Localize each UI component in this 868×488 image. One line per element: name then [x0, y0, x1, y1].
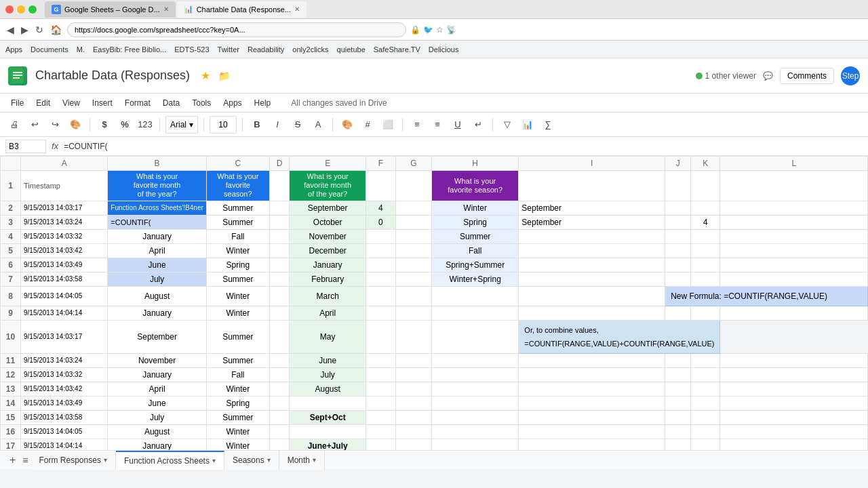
cell-e3[interactable]: October — [290, 215, 366, 229]
cell-a11[interactable]: 9/15/2013 14:03:24 — [21, 353, 108, 367]
cell-i17[interactable] — [519, 439, 665, 450]
cell-g4[interactable] — [395, 229, 431, 243]
undo-button[interactable]: ↩ — [26, 116, 43, 134]
bookmark-edts[interactable]: EDTS-523 — [174, 45, 209, 54]
cell-g17[interactable] — [395, 439, 431, 450]
cell-k7[interactable] — [691, 272, 720, 286]
cell-j17[interactable] — [665, 439, 691, 450]
cell-d12[interactable] — [269, 367, 289, 382]
cell-l12[interactable] — [720, 367, 868, 382]
cell-h12[interactable] — [431, 367, 518, 382]
col-header-j[interactable]: J — [665, 157, 691, 171]
cell-b2[interactable]: Function Across Sheets'!B4ner — [108, 201, 206, 215]
merge-button[interactable]: ⬜ — [379, 116, 397, 134]
cell-h5[interactable]: Fall — [431, 243, 518, 258]
cell-d13[interactable] — [269, 382, 289, 396]
cell-g11[interactable] — [395, 353, 431, 367]
cell-d4[interactable] — [269, 229, 289, 243]
cell-h14[interactable] — [431, 396, 518, 410]
bookmark-documents[interactable]: Documents — [31, 45, 68, 54]
col-header-e[interactable]: E — [290, 157, 366, 171]
tab-close-icon[interactable]: ✕ — [163, 5, 169, 13]
cell-i8[interactable] — [519, 286, 665, 306]
cell-a1[interactable]: Timestamp — [21, 171, 108, 201]
tab-close-active-icon[interactable]: ✕ — [294, 5, 300, 13]
menu-format[interactable]: Format — [119, 96, 156, 110]
col-header-c[interactable]: C — [206, 157, 269, 171]
cell-l15[interactable] — [720, 410, 868, 424]
cell-g12[interactable] — [395, 367, 431, 382]
col-header-d[interactable]: D — [269, 157, 289, 171]
borders-button[interactable]: # — [359, 116, 376, 134]
bold-button[interactable]: B — [248, 116, 266, 134]
cell-i3[interactable]: September — [519, 215, 665, 229]
cell-a14[interactable]: 9/15/2013 14:03:49 — [21, 396, 108, 410]
cell-h2[interactable]: Winter — [431, 201, 518, 215]
cell-h1[interactable]: What is yourfavorite season? — [431, 171, 518, 201]
cell-c2[interactable]: Summer — [206, 201, 269, 215]
cell-j7[interactable] — [665, 272, 691, 286]
add-sheet-button[interactable]: + — [5, 454, 20, 466]
filter-button[interactable]: ▽ — [498, 116, 516, 134]
maximize-button[interactable] — [28, 5, 37, 14]
cell-f7[interactable] — [366, 272, 396, 286]
align-center[interactable]: ≡ — [429, 116, 446, 134]
paint-format-button[interactable]: 🎨 — [66, 116, 84, 134]
cell-k14[interactable] — [691, 396, 720, 410]
menu-apps[interactable]: Apps — [218, 96, 247, 110]
cell-f1[interactable] — [366, 171, 396, 201]
cell-f6[interactable] — [366, 258, 396, 272]
cell-c15[interactable]: Summer — [206, 410, 269, 424]
cell-i7[interactable] — [519, 272, 665, 286]
cell-c12[interactable]: Fall — [206, 367, 269, 382]
cell-b17[interactable]: January — [108, 439, 206, 450]
cell-g16[interactable] — [395, 424, 431, 439]
cell-l5[interactable] — [720, 243, 868, 258]
bookmark-delicious[interactable]: Delicious — [429, 45, 459, 54]
cell-f5[interactable] — [366, 243, 396, 258]
cell-e17[interactable]: June+July — [290, 439, 366, 450]
sheet-tab-month[interactable]: Month ▾ — [279, 451, 325, 470]
cell-c1[interactable]: What is yourfavoriteseason? — [206, 171, 269, 201]
percent-button[interactable]: % — [116, 116, 134, 134]
cell-c13[interactable]: Winter — [206, 382, 269, 396]
cell-b14[interactable]: June — [108, 396, 206, 410]
cell-g6[interactable] — [395, 258, 431, 272]
cell-l2[interactable] — [720, 201, 868, 215]
bookmark-gmail[interactable]: M. — [77, 45, 85, 54]
cell-a4[interactable]: 9/15/2013 14:03:32 — [21, 229, 108, 243]
col-header-b[interactable]: B — [108, 157, 206, 171]
folder-icon[interactable]: 📁 — [218, 70, 230, 81]
cell-c8[interactable]: Winter — [206, 286, 269, 306]
cell-g13[interactable] — [395, 382, 431, 396]
cell-h9[interactable] — [431, 306, 518, 320]
cell-c6[interactable]: Spring — [206, 258, 269, 272]
font-size-input[interactable] — [210, 116, 237, 134]
cell-b5[interactable]: April — [108, 243, 206, 258]
cell-d2[interactable] — [269, 201, 289, 215]
cell-g3[interactable] — [395, 215, 431, 229]
cell-i6[interactable] — [519, 258, 665, 272]
cell-f14[interactable] — [366, 396, 396, 410]
cell-g8[interactable] — [395, 286, 431, 306]
cell-b9[interactable]: January — [108, 306, 206, 320]
cell-k1[interactable] — [691, 171, 720, 201]
cell-k6[interactable] — [691, 258, 720, 272]
col-header-a[interactable]: A — [21, 157, 108, 171]
cell-d10[interactable] — [269, 320, 289, 353]
menu-file[interactable]: File — [5, 96, 29, 110]
cell-f9[interactable] — [366, 306, 396, 320]
decimal-button[interactable]: 123 — [136, 116, 154, 134]
bookmark-quietube[interactable]: quietube — [337, 45, 366, 54]
cell-g15[interactable] — [395, 410, 431, 424]
cell-e14[interactable] — [290, 396, 366, 410]
cell-g2[interactable] — [395, 201, 431, 215]
cell-h8[interactable] — [431, 286, 518, 306]
cell-k17[interactable] — [691, 439, 720, 450]
align-left[interactable]: ≡ — [408, 116, 426, 134]
cell-k5[interactable] — [691, 243, 720, 258]
currency-button[interactable]: $ — [96, 116, 113, 134]
cell-i5[interactable] — [519, 243, 665, 258]
cell-c17[interactable]: Winter — [206, 439, 269, 450]
cell-b3[interactable]: =COUNTIF( — [108, 215, 206, 229]
